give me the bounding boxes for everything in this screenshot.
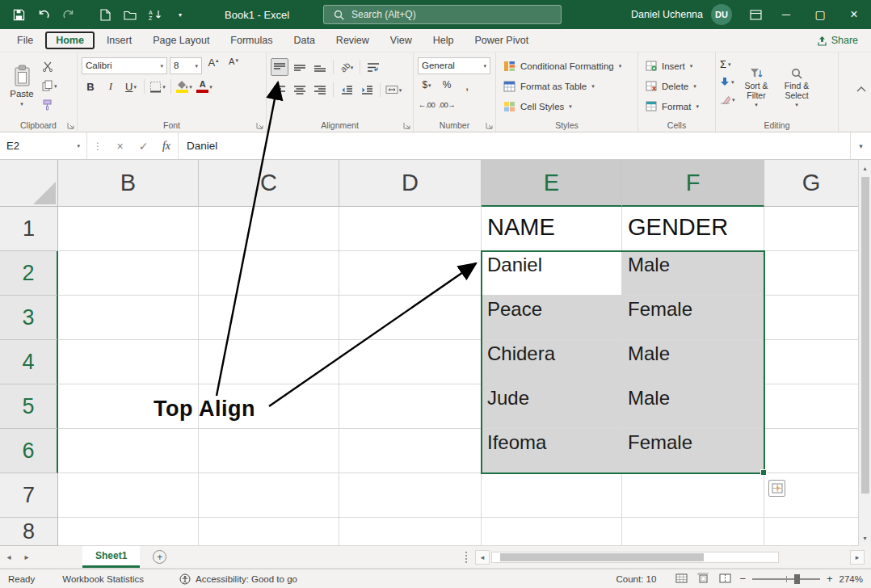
font-dialog-launcher-icon[interactable] (256, 122, 263, 129)
tab-home[interactable]: Home (45, 32, 95, 49)
cell-B3[interactable] (58, 296, 199, 340)
add-sheet-button[interactable]: + (153, 550, 166, 564)
decrease-indent-button[interactable] (338, 81, 356, 99)
maximize-button[interactable]: ▢ (803, 0, 837, 29)
row-header-8[interactable]: 8 (0, 518, 58, 546)
tab-help[interactable]: Help (423, 32, 465, 49)
cell-C3[interactable] (199, 296, 339, 340)
orientation-button[interactable]: ab▾ (338, 58, 356, 76)
decrease-font-size-button[interactable]: A▾ (225, 57, 242, 74)
row-header-7[interactable]: 7 (0, 473, 58, 518)
col-header-E[interactable]: E (482, 160, 622, 207)
number-format-combo[interactable]: General▾ (418, 57, 490, 74)
qat-customize-chevron-icon[interactable]: ▾ (173, 7, 187, 22)
cell-D2[interactable] (339, 251, 482, 296)
cell-F1[interactable]: GENDER (622, 207, 764, 251)
tab-data[interactable]: Data (283, 32, 325, 49)
font-size-combo[interactable]: 8▾ (170, 57, 202, 74)
comma-style-button[interactable]: , (458, 76, 476, 94)
font-family-combo[interactable]: Calibri▾ (82, 57, 167, 74)
horizontal-scrollbar[interactable] (491, 552, 779, 563)
select-all-corner[interactable] (0, 160, 58, 207)
page-break-view-icon[interactable] (719, 573, 731, 585)
cell-B2[interactable] (58, 251, 199, 296)
col-header-F[interactable]: F (622, 160, 764, 207)
cell-E2[interactable]: Daniel (482, 251, 622, 296)
cell-D1[interactable] (339, 207, 482, 251)
cell-E1[interactable]: NAME (482, 207, 622, 251)
share-button[interactable]: Share (817, 35, 858, 46)
cell-F2[interactable]: Male (622, 251, 764, 296)
copy-button[interactable]: ▾ (42, 78, 57, 94)
italic-button[interactable]: I (102, 78, 120, 95)
row-header-3[interactable]: 3 (0, 296, 58, 340)
zoom-slider-thumb[interactable] (794, 574, 800, 584)
user-name[interactable]: Daniel Uchenna (631, 9, 703, 20)
quick-analysis-button[interactable] (768, 480, 785, 497)
percent-style-button[interactable]: % (438, 76, 456, 94)
format-as-table-button[interactable]: Format as Table▾ (500, 76, 633, 96)
col-header-G[interactable]: G (764, 160, 858, 207)
ribbon-display-options-icon[interactable] (742, 0, 769, 29)
accounting-format-button[interactable]: $▾ (418, 76, 436, 94)
formula-input[interactable]: Daniel (179, 132, 850, 159)
tab-power-pivot[interactable]: Power Pivot (464, 32, 539, 49)
alignment-dialog-launcher-icon[interactable] (403, 122, 410, 129)
cell-C7[interactable] (199, 473, 339, 518)
font-color-button[interactable]: A ▾ (196, 78, 213, 95)
cell-styles-button[interactable]: Cell Styles▾ (500, 96, 633, 116)
close-button[interactable]: × (837, 0, 871, 29)
cell-G6[interactable] (764, 429, 858, 473)
cell-E3[interactable]: Peace (482, 296, 622, 340)
enter-entry-icon[interactable]: ✓ (132, 132, 155, 159)
accessibility-status[interactable]: Accessibility: Good to go (171, 573, 305, 585)
cell-G1[interactable] (764, 207, 858, 251)
cell-F7[interactable] (622, 473, 764, 518)
row-header-5[interactable]: 5 (0, 384, 58, 429)
zoom-level[interactable]: 274% (839, 574, 863, 584)
normal-view-icon[interactable] (675, 573, 688, 585)
vscroll-down-arrow[interactable]: ▾ (859, 530, 871, 546)
page-layout-view-icon[interactable] (697, 573, 709, 585)
align-right-button[interactable] (311, 81, 329, 99)
cell-F4[interactable]: Male (622, 340, 764, 384)
row-header-2[interactable]: 2 (0, 251, 58, 296)
expand-formula-bar-icon[interactable]: ▾ (850, 132, 871, 159)
cell-G2[interactable] (764, 251, 858, 296)
sheet-nav-left-icon[interactable]: ◂ (0, 552, 18, 561)
cell-B4[interactable] (58, 340, 199, 384)
hscroll-thumb[interactable] (500, 553, 704, 561)
cell-B7[interactable] (58, 473, 199, 518)
increase-indent-button[interactable] (358, 81, 376, 99)
increase-decimal-button[interactable]: ←.00 (418, 95, 436, 113)
redo-icon[interactable] (61, 7, 76, 22)
cell-E4[interactable]: Chidera (482, 340, 622, 384)
tabbar-splitter-handle[interactable] (465, 552, 470, 563)
cell-C6[interactable] (199, 429, 339, 473)
align-center-button[interactable] (291, 81, 309, 99)
cell-B1[interactable] (58, 207, 199, 251)
clear-button[interactable]: ▾ (720, 91, 735, 107)
tab-review[interactable]: Review (326, 32, 380, 49)
paste-button[interactable]: Paste ▾ (4, 56, 40, 116)
sheet-tab-sheet1[interactable]: Sheet1 (82, 546, 140, 568)
cell-G3[interactable] (764, 296, 858, 340)
cell-B6[interactable] (58, 429, 199, 473)
cell-E5[interactable]: Jude (482, 384, 622, 429)
search-input[interactable]: Search (Alt+Q) (323, 5, 562, 24)
cell-E8[interactable] (482, 518, 622, 546)
hscroll-left-arrow[interactable]: ◂ (475, 550, 490, 565)
cell-F3[interactable]: Female (622, 296, 764, 340)
name-box[interactable]: E2▾ (0, 132, 87, 159)
cancel-entry-icon[interactable]: × (108, 132, 132, 159)
number-dialog-launcher-icon[interactable] (486, 122, 493, 129)
cell-G5[interactable] (764, 384, 858, 429)
align-left-button[interactable] (271, 81, 288, 99)
cell-G8[interactable] (764, 518, 858, 546)
middle-align-button[interactable] (291, 58, 309, 76)
cell-C4[interactable] (199, 340, 339, 384)
find-select-button[interactable]: Find & Select▾ (778, 56, 816, 118)
vertical-scrollbar[interactable]: ▴ ▾ (858, 160, 871, 546)
merge-center-button[interactable]: ▾ (385, 81, 402, 99)
open-folder-icon[interactable] (123, 7, 137, 22)
